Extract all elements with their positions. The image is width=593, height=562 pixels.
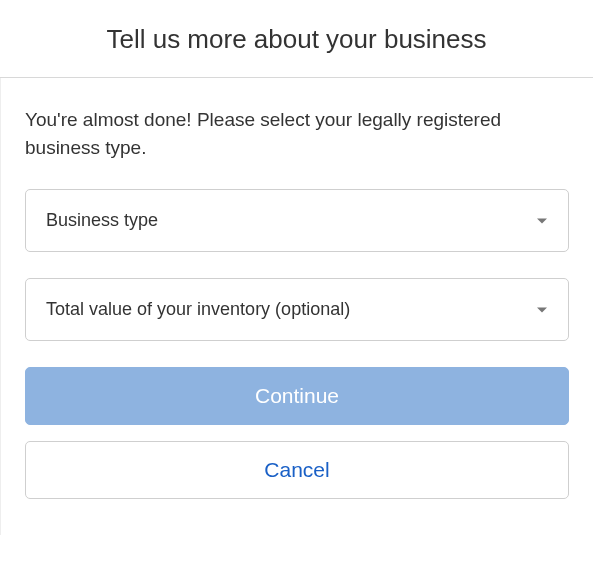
modal-title: Tell us more about your business — [20, 24, 573, 55]
inventory-value-placeholder: Total value of your inventory (optional) — [46, 299, 350, 320]
business-type-select[interactable]: Business type — [25, 189, 569, 252]
business-type-placeholder: Business type — [46, 210, 158, 231]
modal-header: Tell us more about your business — [0, 0, 593, 78]
inventory-value-select[interactable]: Total value of your inventory (optional) — [25, 278, 569, 341]
inventory-value-select-wrapper: Total value of your inventory (optional) — [25, 278, 569, 341]
intro-text: You're almost done! Please select your l… — [25, 106, 569, 161]
cancel-button[interactable]: Cancel — [25, 441, 569, 499]
modal-body: You're almost done! Please select your l… — [0, 78, 593, 535]
business-info-modal: Tell us more about your business You're … — [0, 0, 593, 535]
business-type-select-wrapper: Business type — [25, 189, 569, 252]
continue-button[interactable]: Continue — [25, 367, 569, 425]
